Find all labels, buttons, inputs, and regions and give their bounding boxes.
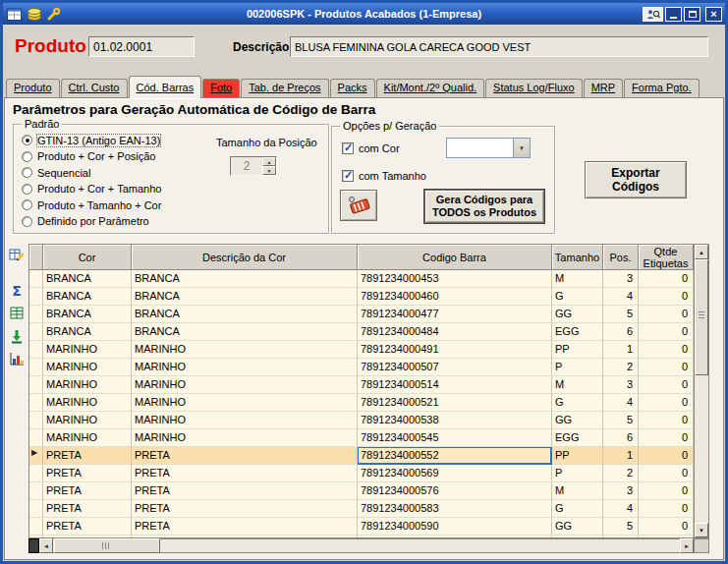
table-cell[interactable]: 3: [603, 482, 639, 500]
table-cell[interactable]: MARINHO: [132, 359, 358, 376]
minimize-button[interactable]: [665, 7, 682, 22]
table-row[interactable]: BRANCABRANCA7891234000477GG50: [29, 306, 694, 323]
com-cor-checkbox[interactable]: com Cor: [342, 141, 400, 155]
table-cell[interactable]: 7891234000491: [358, 341, 552, 359]
table-row[interactable]: MARINHOMARINHO7891234000491PP10: [29, 341, 694, 359]
table-cell[interactable]: 7891234000583: [358, 500, 552, 518]
table-cell[interactable]: M: [552, 376, 603, 394]
table-cell[interactable]: 1: [603, 447, 639, 465]
table-cell[interactable]: G: [552, 500, 603, 518]
table-cell[interactable]: EGG: [552, 323, 603, 341]
table-cell[interactable]: PRETA: [132, 518, 358, 536]
table-cell[interactable]: BRANCA: [132, 288, 358, 306]
scroll-down-icon[interactable]: ▼: [695, 523, 708, 537]
column-header[interactable]: Tamanho: [552, 245, 603, 270]
table-cell[interactable]: PP: [552, 447, 603, 465]
table-cell[interactable]: 6: [603, 323, 639, 341]
table-cell[interactable]: PRETA: [132, 536, 358, 537]
table-cell[interactable]: 0: [639, 376, 694, 394]
table-cell[interactable]: 1: [603, 341, 639, 359]
table-cell[interactable]: MARINHO: [132, 412, 358, 429]
maximize-button[interactable]: [684, 7, 700, 22]
table-cell[interactable]: PRETA: [132, 500, 358, 518]
table-cell[interactable]: BRANCA: [43, 323, 132, 341]
table-cell[interactable]: 0: [639, 306, 694, 323]
import-arrow-icon[interactable]: [9, 327, 26, 344]
vscroll-thumb[interactable]: [695, 259, 708, 375]
table-cell[interactable]: 7891234000514: [358, 376, 552, 394]
table-cell[interactable]: MARINHO: [132, 376, 358, 394]
scroll-right-icon[interactable]: ►: [680, 538, 694, 553]
table-cell[interactable]: 0: [639, 341, 694, 359]
table-cell[interactable]: 7891234000507: [358, 359, 552, 376]
tab-packs[interactable]: Packs: [330, 79, 375, 97]
tab-ctrl-custo[interactable]: Ctrl. Custo: [61, 79, 128, 97]
com-tamanho-checkbox-box[interactable]: [342, 170, 354, 182]
chart-icon[interactable]: [9, 350, 26, 367]
table-cell[interactable]: PP: [552, 341, 603, 359]
table-cell[interactable]: MARINHO: [132, 341, 358, 359]
chevron-down-icon[interactable]: ▼: [513, 139, 530, 157]
table-row[interactable]: BRANCABRANCA7891234000460G40: [29, 288, 694, 306]
table-cell[interactable]: 2: [603, 465, 639, 482]
table-row[interactable]: BRANCABRANCA7891234000453M30: [29, 270, 694, 288]
table-cell[interactable]: PRETA: [43, 500, 132, 518]
table-row[interactable]: PRETAPRETA7891234000583G40: [29, 500, 694, 518]
radio-option[interactable]: Sequencial: [22, 166, 161, 179]
table-cell[interactable]: 7891234000545: [358, 429, 552, 447]
table-cell[interactable]: P: [552, 465, 603, 482]
tab-tab-de-pre-os[interactable]: Tab. de Preços: [241, 79, 328, 97]
radio-icon[interactable]: [22, 199, 32, 210]
table-cell[interactable]: 0: [639, 518, 694, 536]
tab-produto[interactable]: Produto: [6, 79, 60, 97]
radio-icon[interactable]: [22, 135, 32, 145]
radio-icon[interactable]: [22, 151, 32, 162]
table-cell[interactable]: PRETA: [43, 447, 132, 465]
table-cell[interactable]: MARINHO: [43, 359, 132, 376]
table-cell[interactable]: 7891234000460: [358, 288, 552, 306]
table-cell[interactable]: 7891234000569: [358, 465, 552, 482]
table-cell[interactable]: BRANCA: [132, 306, 358, 323]
table-cell[interactable]: 7891234000477: [358, 306, 552, 323]
table-cell[interactable]: MARINHO: [43, 412, 132, 429]
radio-option[interactable]: Produto + Tamanho + Cor: [22, 198, 161, 211]
table-cell[interactable]: 0: [639, 288, 694, 306]
table-cell[interactable]: 0: [639, 447, 694, 465]
user-search-button[interactable]: [643, 7, 663, 22]
table-cell[interactable]: GG: [552, 518, 603, 536]
table-cell[interactable]: 7891234000521: [358, 394, 552, 412]
table-cell[interactable]: 7891234000538: [358, 412, 552, 429]
table-cell[interactable]: 7891234000484: [358, 323, 552, 341]
radio-option[interactable]: Produto + Cor + Tamanho: [22, 183, 161, 196]
table-cell[interactable]: 0: [639, 394, 694, 412]
com-cor-checkbox-box[interactable]: [342, 142, 354, 154]
export-table-icon[interactable]: [9, 305, 26, 321]
spin-up-icon[interactable]: ▲: [262, 157, 276, 166]
table-cell[interactable]: 0: [639, 465, 694, 482]
table-cell[interactable]: 7891234000453: [358, 270, 552, 288]
descricao-field[interactable]: BLUSA FEMININA GOLA CARECA GOOD VEST: [290, 36, 708, 57]
radio-icon[interactable]: [22, 216, 32, 227]
table-cell[interactable]: 0: [639, 500, 694, 518]
table-cell[interactable]: 7891234000590: [358, 518, 552, 536]
table-cell[interactable]: 0: [639, 429, 694, 447]
table-cell[interactable]: 4: [603, 500, 639, 518]
table-cell[interactable]: MARINHO: [132, 429, 358, 447]
table-cell[interactable]: 2: [603, 359, 639, 376]
table-cell[interactable]: GG: [552, 412, 603, 429]
table-row[interactable]: MARINHOMARINHO7891234000538GG50: [29, 412, 694, 429]
table-row[interactable]: PRETAPRETA7891234000569P20: [29, 465, 694, 482]
tamanho-posicao-spinner[interactable]: 2 ▲ ▼: [230, 156, 277, 176]
table-cell[interactable]: BRANCA: [43, 288, 132, 306]
table-cell[interactable]: 7891234000576: [358, 482, 552, 500]
table-cell[interactable]: 3: [603, 270, 639, 288]
tab-kit-mont-2-qualid[interactable]: Kit/Mont./2º Qualid.: [376, 79, 485, 97]
table-cell[interactable]: G: [552, 394, 603, 412]
hscroll-thumb[interactable]: [54, 538, 160, 553]
scroll-left-icon[interactable]: ◄: [39, 538, 53, 553]
cor-combo[interactable]: ▼: [446, 138, 531, 158]
table-cell[interactable]: 4: [603, 394, 639, 412]
table-cell[interactable]: 0: [639, 359, 694, 376]
tab-c-d-barras[interactable]: Cód. Barras: [129, 76, 202, 98]
tab-foto[interactable]: Foto: [202, 79, 240, 97]
